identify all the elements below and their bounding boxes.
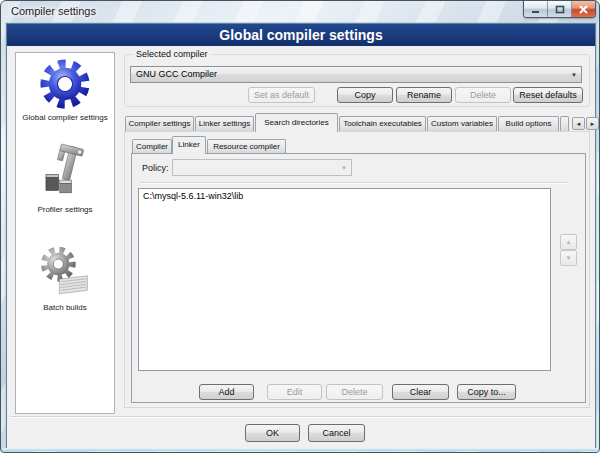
tab-scroll-right-icon[interactable]: ► bbox=[586, 117, 599, 130]
edit-button[interactable]: Edit bbox=[267, 384, 322, 400]
sidebar-item-global-compiler-settings[interactable]: Global compiler settings bbox=[16, 57, 114, 122]
caliper-icon bbox=[39, 141, 91, 203]
copy-to-button[interactable]: Copy to... bbox=[457, 384, 516, 400]
reset-defaults-button[interactable]: Reset defaults bbox=[513, 87, 583, 103]
title-bar[interactable]: Compiler settings bbox=[1, 1, 599, 23]
compiler-settings-window: Compiler settings Global compiler settin… bbox=[0, 0, 600, 453]
set-as-default-button[interactable]: Set as default bbox=[248, 87, 315, 103]
move-up-icon[interactable]: ▲ bbox=[560, 234, 577, 250]
selected-compiler-group: Selected compiler GNU GCC Compiler ▼ Set… bbox=[124, 54, 590, 107]
settings-category-list: Global compiler settings bbox=[15, 52, 115, 414]
move-down-icon[interactable]: ▼ bbox=[560, 250, 577, 266]
copy-button[interactable]: Copy bbox=[337, 87, 393, 103]
window-controls bbox=[523, 1, 596, 18]
tab-partial bbox=[560, 116, 569, 131]
tab-compiler-settings[interactable]: Compiler settings bbox=[125, 116, 194, 131]
compiler-select[interactable]: GNU GCC Compiler ▼ bbox=[130, 66, 582, 83]
gear-icon bbox=[38, 57, 92, 111]
gear-documents-icon bbox=[37, 245, 93, 301]
sidebar-item-label: Batch builds bbox=[16, 303, 114, 312]
dialog-body: Global compiler settings Global bbox=[6, 23, 596, 449]
tab-scroll-left-icon[interactable]: ◄ bbox=[572, 117, 585, 130]
list-item[interactable]: C:\mysql-5.6.11-win32\lib bbox=[139, 189, 550, 203]
clear-button[interactable]: Clear bbox=[392, 384, 449, 400]
cancel-button[interactable]: Cancel bbox=[308, 424, 365, 442]
delete-compiler-button[interactable]: Delete bbox=[455, 87, 511, 103]
ok-button[interactable]: OK bbox=[245, 424, 300, 442]
directories-list[interactable]: C:\mysql-5.6.11-win32\lib bbox=[138, 188, 551, 371]
tab-custom-variables[interactable]: Custom variables bbox=[427, 116, 497, 131]
policy-label: Policy: bbox=[142, 163, 169, 173]
chevron-down-icon: ▼ bbox=[341, 161, 347, 175]
close-icon[interactable] bbox=[572, 1, 595, 17]
subtab-compiler[interactable]: Compiler bbox=[132, 139, 172, 153]
policy-select[interactable]: ▼ bbox=[172, 159, 352, 176]
subtab-resource-compiler[interactable]: Resource compiler bbox=[207, 139, 286, 153]
rename-button[interactable]: Rename bbox=[396, 87, 452, 103]
minimize-icon[interactable] bbox=[524, 1, 548, 17]
tab-build-options[interactable]: Build options bbox=[498, 116, 559, 131]
linker-directories-panel: Policy: ▼ C:\mysql-5.6.11-win32\lib ▲ ▼ … bbox=[131, 153, 586, 403]
sidebar-item-label: Global compiler settings bbox=[16, 113, 114, 122]
maximize-icon[interactable] bbox=[548, 1, 572, 17]
tab-toolchain-executables[interactable]: Toolchain executables bbox=[339, 116, 426, 131]
sidebar-item-profiler-settings[interactable]: Profiler settings bbox=[16, 141, 114, 214]
tab-linker-settings[interactable]: Linker settings bbox=[195, 116, 254, 131]
window-title: Compiler settings bbox=[11, 5, 96, 17]
add-button[interactable]: Add bbox=[199, 384, 254, 400]
sidebar-item-label: Profiler settings bbox=[16, 205, 114, 214]
separator bbox=[140, 182, 568, 184]
footer-separator bbox=[10, 416, 592, 418]
tab-search-directories[interactable]: Search directories bbox=[255, 113, 338, 132]
group-label: Selected compiler bbox=[133, 49, 211, 59]
page-title: Global compiler settings bbox=[7, 24, 595, 46]
window-frame-accent bbox=[3, 448, 597, 451]
chevron-down-icon: ▼ bbox=[571, 68, 577, 82]
subtab-linker[interactable]: Linker bbox=[172, 136, 206, 154]
compiler-select-value: GNU GCC Compiler bbox=[136, 69, 217, 79]
sidebar-item-batch-builds[interactable]: Batch builds bbox=[16, 245, 114, 312]
delete-directory-button[interactable]: Delete bbox=[326, 384, 383, 400]
